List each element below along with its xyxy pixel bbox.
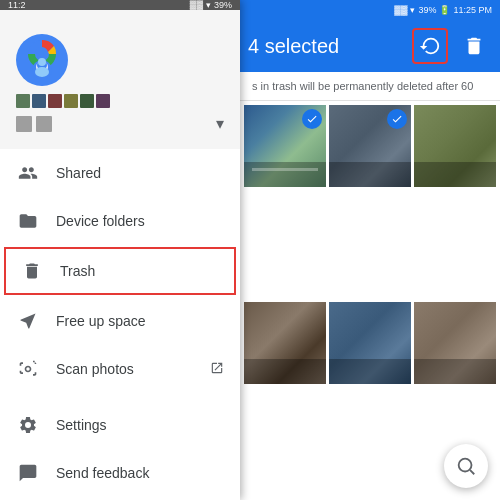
sidebar-item-scan-label: Scan photos: [56, 361, 134, 377]
avatar: [16, 34, 68, 86]
grid-cell: [48, 94, 62, 108]
grid-cell: [32, 94, 46, 108]
photo-thumbnail[interactable]: [329, 105, 411, 187]
external-link-icon: [210, 361, 224, 378]
trash-notice-text: s in trash will be permanently deleted a…: [252, 80, 473, 92]
sidebar-item-shared[interactable]: Shared: [0, 149, 240, 197]
sidebar-item-trash-label: Trash: [60, 263, 95, 279]
right-panel: ▓▓ ▾ 39% 🔋 11:25 PM 4 selected s in tras…: [240, 0, 500, 500]
photos-grid: [240, 101, 500, 500]
status-time-right: 11:25 PM: [453, 5, 492, 15]
folder-icon: [16, 209, 40, 233]
signal-icon-left: ▓▓: [190, 0, 203, 10]
status-icons-left: ▓▓ ▾ 39%: [190, 0, 232, 10]
sidebar-item-settings[interactable]: Settings: [0, 401, 240, 449]
selection-check: [387, 109, 407, 129]
grid-cell: [80, 94, 94, 108]
battery-icon-right: 🔋: [439, 5, 450, 15]
sidebar-item-trash[interactable]: Trash: [4, 247, 236, 295]
selected-count-label: 4 selected: [248, 35, 404, 58]
sidebar-item-feedback-label: Send feedback: [56, 465, 149, 481]
trash-notice: s in trash will be permanently deleted a…: [240, 72, 500, 101]
photo-shadow: [414, 162, 496, 187]
status-bar-left: 11:2 ▓▓ ▾ 39%: [0, 0, 240, 10]
scan-icon: [16, 357, 40, 381]
svg-point-4: [38, 58, 46, 66]
status-time-left: 11:2: [8, 0, 26, 10]
sidebar-item-free-up-space[interactable]: Free up space: [0, 297, 240, 345]
sidebar-item-device-folders[interactable]: Device folders: [0, 197, 240, 245]
battery-icon-left: 39%: [214, 0, 232, 10]
svg-line-7: [470, 470, 474, 474]
photo-detail: [252, 168, 318, 171]
delete-icon: [463, 35, 485, 57]
search-icon: [455, 455, 477, 477]
restore-button[interactable]: [412, 28, 448, 64]
feedback-icon: [16, 461, 40, 485]
top-bar: 4 selected: [240, 20, 500, 72]
sidebar-item-free-label: Free up space: [56, 313, 146, 329]
photo-thumbnail[interactable]: [329, 302, 411, 384]
wifi-icon-right: ▾: [410, 5, 415, 15]
profile-bottom-row: ▾: [16, 114, 224, 133]
checkmark-icon: [391, 113, 403, 125]
photo-shadow: [329, 162, 411, 187]
grid-small-icon: [36, 116, 52, 132]
delete-button[interactable]: [456, 28, 492, 64]
battery-pct-right: 39%: [418, 5, 436, 15]
gear-icon: [16, 413, 40, 437]
checkmark-icon: [306, 113, 318, 125]
photo-shadow: [244, 359, 326, 384]
grid-small-icon: [16, 116, 32, 132]
photo-shadow: [329, 359, 411, 384]
grid-cell: [96, 94, 110, 108]
search-fab-button[interactable]: [444, 444, 488, 488]
sidebar-item-scan-photos[interactable]: Scan photos: [0, 345, 240, 393]
photo-inner: [244, 302, 326, 384]
grid-cell: [64, 94, 78, 108]
photo-shadow: [414, 359, 496, 384]
photo-inner: [414, 302, 496, 384]
trash-icon: [20, 259, 44, 283]
photo-thumbnail[interactable]: [414, 302, 496, 384]
grid-cell: [16, 94, 30, 108]
profile-section: ▾: [0, 10, 240, 149]
photo-inner: [414, 105, 496, 187]
profile-photo-grid: [16, 94, 224, 108]
free-space-icon: [16, 309, 40, 333]
dropdown-chevron-icon[interactable]: ▾: [216, 114, 224, 133]
sidebar-item-shared-label: Shared: [56, 165, 101, 181]
google-logo-icon: [16, 34, 68, 86]
wifi-icon-left: ▾: [206, 0, 211, 10]
selection-check: [302, 109, 322, 129]
status-bar-right: ▓▓ ▾ 39% 🔋 11:25 PM: [240, 0, 500, 20]
sidebar-item-device-folders-label: Device folders: [56, 213, 145, 229]
photo-shadow: [244, 162, 326, 187]
sidebar-item-feedback[interactable]: Send feedback: [0, 449, 240, 497]
restore-icon: [419, 35, 441, 57]
photo-thumbnail[interactable]: [244, 302, 326, 384]
left-drawer: 11:2 ▓▓ ▾ 39%: [0, 0, 240, 500]
shared-icon: [16, 161, 40, 185]
svg-point-6: [459, 459, 472, 472]
photo-thumbnail[interactable]: [244, 105, 326, 187]
photo-thumbnail[interactable]: [414, 105, 496, 187]
photo-inner: [329, 302, 411, 384]
signal-icon-right: ▓▓: [394, 5, 407, 15]
sidebar-item-settings-label: Settings: [56, 417, 107, 433]
svg-point-5: [35, 67, 49, 77]
